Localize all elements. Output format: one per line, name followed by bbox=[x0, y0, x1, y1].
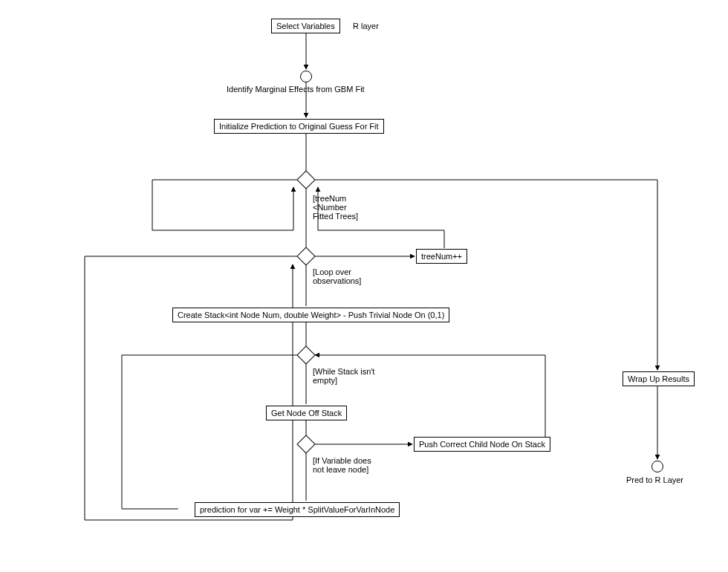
node-select-variables: Select Variables bbox=[271, 19, 340, 33]
connector-circle-1 bbox=[300, 71, 312, 82]
node-get-node: Get Node Off Stack bbox=[266, 406, 347, 420]
label-pred-layer: Pred to R Layer bbox=[626, 475, 683, 484]
node-label: Wrap Up Results bbox=[628, 374, 689, 383]
label-identify-marginal: Identify Marginal Effects from GBM Fit bbox=[227, 85, 365, 94]
node-tree-num-inc: treeNum++ bbox=[416, 249, 467, 264]
node-create-stack: Create Stack<int Node Num, double Weight… bbox=[172, 308, 449, 322]
label-loop-obs: [Loop over observations] bbox=[313, 267, 361, 285]
node-label: prediction for var += Weight * SplitValu… bbox=[200, 505, 394, 514]
node-label: Get Node Off Stack bbox=[271, 409, 342, 417]
node-initialize-prediction: Initialize Prediction to Original Guess … bbox=[214, 119, 384, 134]
node-prediction-var: prediction for var += Weight * SplitValu… bbox=[195, 502, 400, 517]
node-wrap-up: Wrap Up Results bbox=[623, 371, 695, 386]
label-if-variable: [If Variable does not leave node] bbox=[313, 456, 371, 474]
label-while-stack: [While Stack isn't empty] bbox=[313, 367, 374, 385]
node-push-child: Push Correct Child Node On Stack bbox=[414, 437, 550, 452]
node-label: Push Correct Child Node On Stack bbox=[419, 440, 545, 449]
node-label: Select Variables bbox=[276, 22, 335, 30]
node-label: treeNum++ bbox=[421, 252, 462, 261]
node-label: Create Stack<int Node Num, double Weight… bbox=[178, 311, 444, 319]
connector-circle-2 bbox=[651, 461, 663, 472]
label-tree-num-cond: [treeNum <Number Fitted Trees] bbox=[313, 194, 358, 221]
label-r-layer: R layer bbox=[353, 22, 379, 30]
node-label: Initialize Prediction to Original Guess … bbox=[219, 122, 379, 131]
